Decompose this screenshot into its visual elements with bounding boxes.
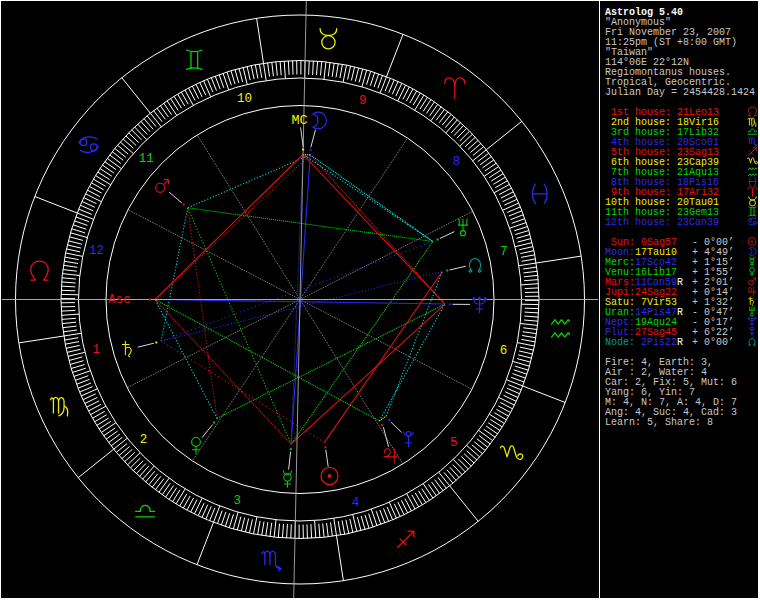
svg-text:8: 8 (453, 155, 461, 169)
svg-text:2: 2 (140, 433, 148, 447)
svg-text:6: 6 (500, 344, 508, 358)
svg-text:9: 9 (359, 94, 367, 108)
svg-text:Node:: Node: (605, 337, 635, 348)
svg-text:3: 3 (233, 494, 241, 508)
svg-text:2Pis22: 2Pis22 (635, 337, 677, 348)
svg-text:Asc: Asc (108, 293, 131, 307)
svg-text:Learn: 5, Share: 8: Learn: 5, Share: 8 (605, 417, 713, 428)
svg-text:5: 5 (450, 436, 458, 450)
svg-text:R: R (677, 337, 683, 348)
svg-text:12: 12 (89, 244, 104, 258)
svg-text:1: 1 (93, 343, 101, 357)
svg-text:10: 10 (237, 92, 252, 106)
svg-text:12th house: 23Can39: 12th house: 23Can39 (605, 217, 719, 228)
svg-text:4: 4 (352, 496, 360, 510)
svg-text:+ 0°00’: + 0°00’ (692, 337, 734, 348)
svg-text:R: R (677, 277, 683, 288)
svg-text:Julian Day = 2454428.1424: Julian Day = 2454428.1424 (605, 87, 755, 98)
svg-text:R: R (677, 307, 683, 318)
svg-text:11: 11 (139, 152, 154, 166)
svg-text:7: 7 (500, 245, 508, 259)
svg-text:MC: MC (291, 113, 307, 128)
